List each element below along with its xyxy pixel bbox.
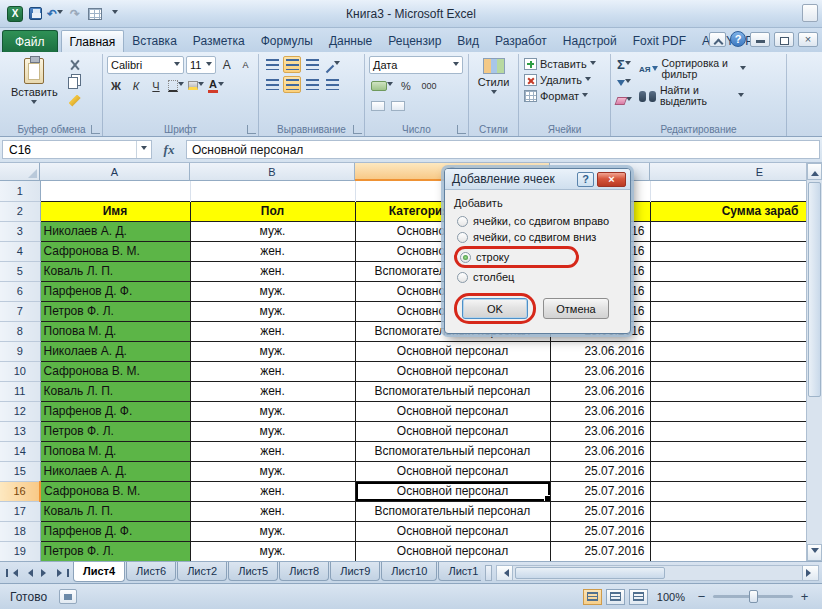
cell-name[interactable]: Попова М. Д. bbox=[40, 441, 190, 461]
cell-gender[interactable]: муж. bbox=[190, 301, 355, 321]
cell-name[interactable]: Петров Ф. Л. bbox=[40, 421, 190, 441]
row-header[interactable]: 13 bbox=[0, 421, 40, 441]
sheet-tab[interactable]: Лист9 bbox=[330, 562, 380, 581]
cell-name[interactable]: Коваль Л. П. bbox=[40, 381, 190, 401]
cell-gender[interactable]: муж. bbox=[190, 521, 355, 541]
tab-review[interactable]: Рецензир bbox=[380, 30, 449, 52]
tab-view[interactable]: Вид bbox=[449, 30, 487, 52]
dialog-title-bar[interactable]: Добавление ячеек ? × bbox=[445, 169, 630, 190]
row-header[interactable]: 4 bbox=[0, 241, 40, 261]
macro-record-button[interactable] bbox=[59, 589, 77, 604]
currency-format-button[interactable] bbox=[369, 77, 395, 94]
header-cell-gender[interactable]: Пол bbox=[190, 201, 355, 221]
dialog-launcher-icon[interactable] bbox=[247, 125, 256, 134]
row-header[interactable]: 5 bbox=[0, 261, 40, 281]
cell-gender[interactable]: жен. bbox=[190, 241, 355, 261]
font-color-button[interactable]: А bbox=[207, 77, 225, 94]
cell-gender[interactable]: муж. bbox=[190, 341, 355, 361]
cancel-button[interactable]: Отмена bbox=[543, 298, 609, 319]
dialog-launcher-icon[interactable] bbox=[91, 125, 100, 134]
cell-category[interactable]: Основной персонал bbox=[355, 481, 550, 501]
cell-gender[interactable]: муж. bbox=[190, 401, 355, 421]
minimize-window-icon[interactable] bbox=[750, 32, 770, 47]
name-box-dropdown[interactable] bbox=[136, 141, 151, 158]
cell-empty[interactable] bbox=[650, 221, 822, 241]
tab-page-layout[interactable]: Разметка bbox=[185, 30, 253, 52]
autosum-button[interactable]: Σ bbox=[615, 56, 633, 73]
row-header[interactable]: 3 bbox=[0, 221, 40, 241]
cell-empty[interactable] bbox=[650, 541, 822, 561]
cell-empty[interactable] bbox=[650, 421, 822, 441]
cell-empty[interactable] bbox=[650, 241, 822, 261]
sheet-tab[interactable]: Лист5 bbox=[228, 562, 278, 581]
cell-name[interactable]: Николаев А. Д. bbox=[40, 461, 190, 481]
cell-date[interactable]: 23.06.2016 bbox=[550, 341, 650, 361]
cut-button[interactable] bbox=[66, 56, 84, 73]
cell-name[interactable]: Николаев А. Д. bbox=[40, 221, 190, 241]
clear-button[interactable] bbox=[615, 92, 633, 109]
orientation-button[interactable] bbox=[323, 56, 341, 73]
vertical-scrollbar-thumb[interactable] bbox=[808, 182, 821, 397]
row-header[interactable]: 14 bbox=[0, 441, 40, 461]
insert-function-button[interactable]: fx bbox=[156, 142, 182, 158]
cell-category[interactable]: Основной персонал bbox=[355, 461, 550, 481]
cell-name[interactable]: Сафронова В. М. bbox=[40, 361, 190, 381]
cell-empty[interactable] bbox=[650, 481, 822, 501]
ok-button[interactable]: OK bbox=[462, 298, 528, 319]
cell-name[interactable]: Сафронова В. М. bbox=[40, 481, 190, 501]
row-header[interactable]: 10 bbox=[0, 361, 40, 381]
cell-empty[interactable] bbox=[650, 321, 822, 341]
dialog-help-button[interactable]: ? bbox=[577, 172, 594, 187]
sheet-tab[interactable]: Лист1 bbox=[438, 562, 481, 581]
save-button[interactable] bbox=[26, 5, 44, 23]
row-header[interactable]: 15 bbox=[0, 461, 40, 481]
header-cell-name[interactable]: Имя bbox=[40, 201, 190, 221]
undo-button[interactable]: ↶ bbox=[46, 5, 64, 23]
tab-addins[interactable]: Надстрой bbox=[555, 30, 625, 52]
cell-date[interactable]: 25.07.2016 bbox=[550, 461, 650, 481]
number-format-combo[interactable]: Дата bbox=[369, 56, 463, 74]
tab-insert[interactable]: Вставка bbox=[124, 30, 185, 52]
radio-shift-right[interactable]: ячейки, со сдвигом вправо bbox=[454, 213, 621, 229]
radio-shift-down[interactable]: ячейки, со сдвигом вниз bbox=[454, 229, 621, 245]
delete-cells-button[interactable]: Удалить bbox=[523, 72, 606, 88]
cell-empty[interactable] bbox=[650, 181, 822, 201]
cell-empty[interactable] bbox=[650, 521, 822, 541]
dialog-launcher-icon[interactable] bbox=[353, 125, 362, 134]
align-middle-button[interactable] bbox=[283, 56, 301, 73]
styles-button[interactable]: Стили bbox=[473, 56, 514, 99]
cell-date[interactable]: 23.06.2016 bbox=[550, 381, 650, 401]
tab-formulas[interactable]: Формулы bbox=[253, 30, 321, 52]
cell-empty[interactable] bbox=[650, 281, 822, 301]
radio-entire-row[interactable]: строку bbox=[457, 249, 576, 265]
cell-gender[interactable]: муж. bbox=[190, 221, 355, 241]
row-header[interactable]: 8 bbox=[0, 321, 40, 341]
decrease-font-button[interactable]: А bbox=[237, 57, 254, 74]
collapse-ribbon-icon[interactable] bbox=[709, 32, 726, 47]
cell-category[interactable]: Основной персонал bbox=[355, 521, 550, 541]
horizontal-scrollbar[interactable] bbox=[496, 565, 819, 581]
sort-filter-button[interactable]: АЯ Сортировка и фильтр bbox=[637, 56, 748, 82]
tab-foxit-pdf[interactable]: Foxit PDF bbox=[625, 30, 694, 52]
row-header[interactable]: 19 bbox=[0, 541, 40, 561]
cell-empty[interactable] bbox=[40, 181, 190, 201]
scroll-down-button[interactable] bbox=[807, 544, 822, 561]
cell-empty[interactable] bbox=[650, 361, 822, 381]
sheet-tab[interactable]: Лист8 bbox=[279, 562, 329, 581]
previous-sheet-button[interactable] bbox=[20, 565, 37, 581]
align-center-button[interactable] bbox=[283, 76, 301, 93]
close-window-icon[interactable]: × bbox=[798, 32, 818, 47]
fill-color-button[interactable] bbox=[187, 77, 205, 94]
wrap-text-button[interactable] bbox=[323, 76, 341, 93]
cell-empty[interactable] bbox=[650, 401, 822, 421]
cell-name[interactable]: Петров Ф. Л. bbox=[40, 541, 190, 561]
select-all-corner[interactable] bbox=[0, 163, 40, 181]
tab-data[interactable]: Данные bbox=[321, 30, 380, 52]
column-header-e[interactable]: E bbox=[650, 163, 822, 181]
increase-font-button[interactable]: А bbox=[218, 57, 235, 74]
cell-category[interactable]: Вспомогательный персонал bbox=[355, 381, 550, 401]
copy-button[interactable] bbox=[66, 74, 84, 91]
cell-date[interactable]: 23.06.2016 bbox=[550, 361, 650, 381]
vertical-scrollbar[interactable] bbox=[806, 163, 822, 561]
sheet-tab[interactable]: Лист2 bbox=[177, 562, 227, 581]
